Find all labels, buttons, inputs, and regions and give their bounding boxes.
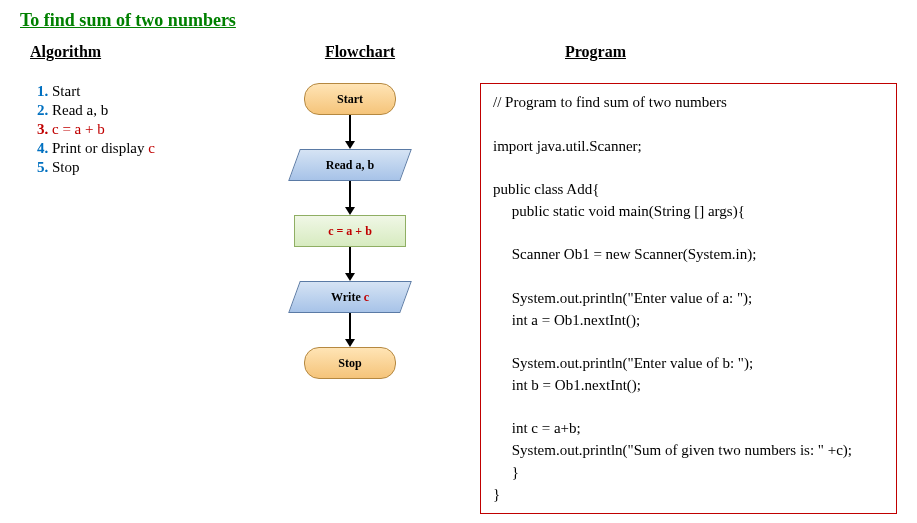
flow-read: Read a, b bbox=[288, 149, 412, 181]
arrow-icon bbox=[345, 181, 355, 215]
flow-write-pre: Write bbox=[331, 290, 364, 304]
arrow-icon bbox=[345, 247, 355, 281]
program-column: Program // Program to find sum of two nu… bbox=[460, 43, 897, 514]
program-heading: Program bbox=[565, 43, 897, 61]
flow-write-c: c bbox=[364, 290, 369, 304]
flowchart-column: Flowchart Start Read a, b c = a + b Writ… bbox=[240, 43, 460, 379]
algo-step-3: c = a + b bbox=[52, 121, 240, 138]
algorithm-list: Start Read a, b c = a + b Print or displ… bbox=[30, 83, 240, 176]
program-code: // Program to find sum of two numbers im… bbox=[480, 83, 897, 514]
flow-write: Write c bbox=[288, 281, 412, 313]
algo-step-2: Read a, b bbox=[52, 102, 240, 119]
columns: Algorithm Start Read a, b c = a + b Prin… bbox=[20, 43, 897, 514]
flow-stop: Stop bbox=[304, 347, 396, 379]
algorithm-column: Algorithm Start Read a, b c = a + b Prin… bbox=[20, 43, 240, 178]
algo-step-4-pre: Print or display bbox=[52, 140, 148, 156]
flow-read-text: Read a, b bbox=[295, 150, 405, 180]
flow-write-inner: Write c bbox=[295, 282, 405, 312]
page-title: To find sum of two numbers bbox=[20, 10, 897, 31]
algo-step-4: Print or display c bbox=[52, 140, 240, 157]
algo-step-4-c: c bbox=[148, 140, 155, 156]
flow-process: c = a + b bbox=[294, 215, 406, 247]
flow-start: Start bbox=[304, 83, 396, 115]
algo-step-5: Stop bbox=[52, 159, 240, 176]
arrow-icon bbox=[345, 115, 355, 149]
algo-step-3-text: c = a + b bbox=[52, 121, 105, 137]
flowchart: Start Read a, b c = a + b Write c Stop bbox=[294, 83, 406, 379]
flowchart-heading: Flowchart bbox=[260, 43, 460, 61]
algo-step-1: Start bbox=[52, 83, 240, 100]
arrow-icon bbox=[345, 313, 355, 347]
algorithm-heading: Algorithm bbox=[30, 43, 240, 61]
